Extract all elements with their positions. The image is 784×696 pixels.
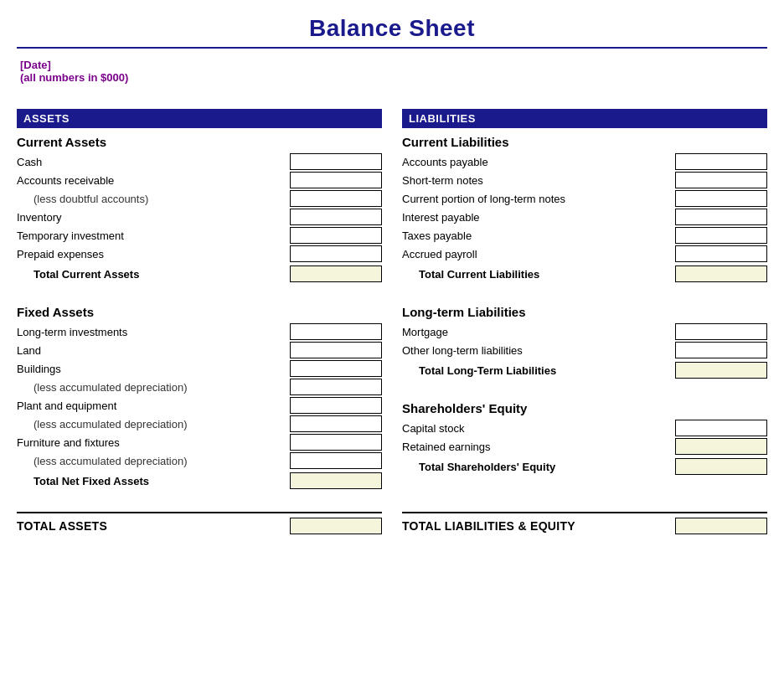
interest-payable-label: Interest payable [402, 211, 675, 224]
total-current-liabilities-label: Total Current Liabilities [402, 268, 539, 281]
mortgage-input[interactable] [675, 323, 767, 340]
taxes-payable-input[interactable] [675, 227, 767, 244]
total-assets-input[interactable] [290, 518, 382, 534]
cash-label: Cash [17, 156, 290, 168]
furniture-fixtures-label: Furniture and fixtures [17, 436, 290, 449]
total-assets-row: TOTAL ASSETS [17, 512, 382, 535]
buildings-row: Buildings [17, 359, 382, 378]
total-liabilities-equity-col: TOTAL LIABILITIES & EQUITY [389, 512, 767, 535]
temporary-investment-row: Temporary investment [17, 226, 382, 245]
other-long-term-input[interactable] [675, 342, 767, 358]
total-liabilities-equity-input[interactable] [675, 518, 767, 534]
liabilities-column: LIABILITIES Current Liabilities Accounts… [389, 109, 767, 492]
total-current-assets-input[interactable] [290, 266, 382, 282]
accounts-payable-row: Accounts payable [402, 152, 767, 171]
accounts-payable-input[interactable] [675, 153, 767, 170]
accounts-receivable-label: Accounts receivable [17, 174, 290, 187]
fixed-assets-title: Fixed Assets [17, 305, 382, 319]
prepaid-expenses-label: Prepaid expenses [17, 248, 290, 260]
land-input[interactable] [290, 342, 382, 358]
total-net-fixed-assets-row: Total Net Fixed Assets [17, 470, 382, 492]
total-current-assets-row: Total Current Assets [17, 263, 382, 285]
total-shareholders-equity-input[interactable] [675, 458, 767, 475]
assets-header: ASSETS [17, 109, 382, 128]
land-label: Land [17, 344, 290, 357]
less-accum-depr-buildings-input[interactable] [290, 379, 382, 395]
total-current-liabilities-input[interactable] [675, 266, 767, 282]
inventory-label: Inventory [17, 211, 290, 224]
accrued-payroll-label: Accrued payroll [402, 248, 675, 260]
cash-input[interactable] [290, 153, 382, 170]
short-term-notes-row: Short-term notes [402, 171, 767, 189]
accounts-receivable-row: Accounts receivable [17, 171, 382, 189]
current-portion-long-term-label: Current portion of long-term notes [402, 193, 675, 205]
less-doubtful-input[interactable] [290, 190, 382, 207]
plant-equipment-label: Plant and equipment [17, 400, 290, 412]
temporary-investment-input[interactable] [290, 227, 382, 244]
land-row: Land [17, 341, 382, 359]
temporary-investment-label: Temporary investment [17, 229, 290, 242]
less-accum-depr-furniture-row: (less accumulated depreciation) [17, 451, 382, 470]
date-label: [Date] [20, 59, 767, 71]
grand-totals-section: TOTAL ASSETS TOTAL LIABILITIES & EQUITY [17, 512, 767, 535]
total-liabilities-equity-label: TOTAL LIABILITIES & EQUITY [402, 519, 575, 533]
total-shareholders-equity-row: Total Shareholders' Equity [402, 456, 767, 477]
buildings-input[interactable] [290, 360, 382, 377]
accrued-payroll-input[interactable] [675, 245, 767, 262]
less-doubtful-row: (less doubtful accounts) [17, 189, 382, 208]
shareholders-equity-title: Shareholders' Equity [402, 401, 767, 415]
accounts-receivable-input[interactable] [290, 172, 382, 188]
total-net-fixed-assets-input[interactable] [290, 472, 382, 489]
current-portion-long-term-input[interactable] [675, 190, 767, 207]
prepaid-expenses-row: Prepaid expenses [17, 245, 382, 263]
accounts-payable-label: Accounts payable [402, 156, 675, 168]
long-term-liabilities-title: Long-term Liabilities [402, 305, 767, 319]
total-long-term-liabilities-row: Total Long-Term Liabilities [402, 359, 767, 381]
capital-stock-input[interactable] [675, 420, 767, 436]
plant-equipment-row: Plant and equipment [17, 396, 382, 415]
total-assets-label: TOTAL ASSETS [17, 519, 107, 533]
taxes-payable-label: Taxes payable [402, 229, 675, 242]
interest-payable-input[interactable] [675, 209, 767, 225]
short-term-notes-input[interactable] [675, 172, 767, 188]
capital-stock-row: Capital stock [402, 419, 767, 437]
furniture-fixtures-row: Furniture and fixtures [17, 433, 382, 451]
meta-section: [Date] (all numbers in $000) [17, 55, 767, 84]
furniture-fixtures-input[interactable] [290, 434, 382, 451]
less-accum-depr-plant-row: (less accumulated depreciation) [17, 415, 382, 433]
total-current-liabilities-row: Total Current Liabilities [402, 263, 767, 285]
inventory-input[interactable] [290, 209, 382, 225]
liabilities-header: LIABILITIES [402, 109, 767, 128]
mortgage-label: Mortgage [402, 326, 675, 338]
prepaid-expenses-input[interactable] [290, 245, 382, 262]
long-term-investments-input[interactable] [290, 323, 382, 340]
long-term-investments-label: Long-term investments [17, 326, 290, 338]
less-accum-depr-buildings-row: (less accumulated depreciation) [17, 378, 382, 396]
total-assets-col: TOTAL ASSETS [17, 512, 389, 535]
inventory-row: Inventory [17, 208, 382, 226]
retained-earnings-row: Retained earnings [402, 437, 767, 456]
main-columns: ASSETS Current Assets Cash Accounts rece… [17, 109, 767, 492]
total-shareholders-equity-label: Total Shareholders' Equity [402, 461, 555, 473]
plant-equipment-input[interactable] [290, 397, 382, 414]
other-long-term-label: Other long-term liabilities [402, 344, 675, 357]
total-long-term-liabilities-input[interactable] [675, 362, 767, 379]
total-current-assets-label: Total Current Assets [17, 268, 139, 281]
unit-label: (all numbers in $000) [20, 71, 767, 84]
total-long-term-liabilities-label: Total Long-Term Liabilities [402, 364, 556, 377]
retained-earnings-input[interactable] [675, 438, 767, 455]
less-doubtful-label: (less doubtful accounts) [17, 193, 290, 205]
capital-stock-label: Capital stock [402, 422, 675, 435]
assets-column: ASSETS Current Assets Cash Accounts rece… [17, 109, 389, 492]
long-term-investments-row: Long-term investments [17, 322, 382, 341]
other-long-term-row: Other long-term liabilities [402, 341, 767, 359]
less-accum-depr-furniture-input[interactable] [290, 452, 382, 469]
current-assets-title: Current Assets [17, 135, 382, 149]
total-liabilities-equity-row: TOTAL LIABILITIES & EQUITY [402, 512, 767, 535]
current-portion-long-term-row: Current portion of long-term notes [402, 189, 767, 208]
less-accum-depr-furniture-label: (less accumulated depreciation) [17, 455, 290, 467]
page: Balance Sheet [Date] (all numbers in $00… [0, 0, 784, 696]
page-title: Balance Sheet [17, 15, 767, 49]
mortgage-row: Mortgage [402, 322, 767, 341]
less-accum-depr-plant-input[interactable] [290, 415, 382, 432]
